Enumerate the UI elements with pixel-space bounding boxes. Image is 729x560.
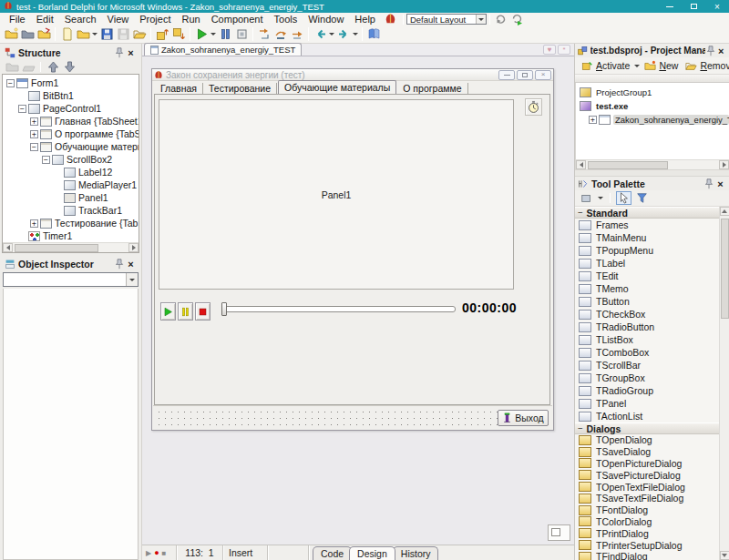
trackbar-thumb[interactable]: [221, 302, 227, 316]
menu-file[interactable]: File: [4, 14, 31, 25]
menu-edit[interactable]: Edit: [31, 14, 59, 25]
tab-design[interactable]: Design: [349, 546, 395, 560]
palette-item[interactable]: TPanel: [575, 397, 719, 410]
forward-dropdown-icon[interactable]: [352, 26, 359, 43]
new-unit-button[interactable]: [58, 26, 75, 43]
form-tab[interactable]: Главная: [155, 83, 203, 94]
palette-item[interactable]: TListBox: [575, 333, 719, 346]
select-cursor-icon[interactable]: [616, 191, 631, 205]
open-button[interactable]: [19, 26, 36, 43]
open-folder-button[interactable]: [131, 26, 148, 43]
pm-tree-item[interactable]: ProjectGroup1: [576, 86, 729, 99]
form-grid-area[interactable]: Выход: [153, 405, 552, 429]
minimize-icon[interactable]: [658, 0, 682, 13]
menu-tools[interactable]: Tools: [269, 14, 303, 25]
pin-icon[interactable]: [703, 178, 714, 189]
timer-component-icon[interactable]: [525, 98, 542, 116]
palette-item[interactable]: TMemo: [575, 282, 719, 295]
collapse-icon[interactable]: −: [578, 209, 582, 217]
open-file-dropdown-icon[interactable]: [91, 26, 98, 43]
structure-tree-item[interactable]: MediaPlayer1: [3, 178, 139, 191]
dock-splitter[interactable]: [575, 169, 729, 177]
palette-item[interactable]: TRadioButton: [575, 321, 719, 333]
horizontal-scrollbar[interactable]: [3, 242, 139, 252]
palette-item[interactable]: TPrinterSetupDialog: [575, 539, 719, 551]
form-designer-surface[interactable]: Закон сохранения энергии (тест) × Главна…: [142, 56, 574, 545]
expand-icon[interactable]: [21, 60, 36, 74]
palette-item[interactable]: TActionList: [575, 410, 719, 423]
component-stamp-icon[interactable]: [579, 191, 594, 205]
vertical-scrollbar[interactable]: [719, 207, 729, 560]
palette-item[interactable]: TFontDialog: [575, 504, 719, 516]
save-button[interactable]: [98, 26, 115, 43]
program-reset-button[interactable]: [233, 26, 250, 43]
tree-expand-icon[interactable]: +: [30, 219, 38, 228]
palette-item[interactable]: TComboBox: [575, 346, 719, 359]
menu-window[interactable]: Window: [303, 14, 349, 25]
structure-tree-item[interactable]: −Form1: [3, 76, 139, 89]
structure-tree-item[interactable]: BitBtn1: [3, 89, 139, 102]
save-all-button[interactable]: [115, 26, 131, 43]
tree-expand-icon[interactable]: +: [589, 116, 597, 124]
scrollbar-thumb[interactable]: [721, 219, 729, 319]
scrollbar-thumb[interactable]: [15, 244, 98, 252]
structure-tree-item[interactable]: −ScrollBox2: [3, 153, 139, 166]
maximize-icon[interactable]: [682, 0, 705, 13]
tab-history[interactable]: History: [393, 546, 439, 560]
structure-tree-item[interactable]: +Главная {TabSheet1}: [3, 115, 139, 127]
reset-layout-button[interactable]: [493, 11, 509, 27]
filter-icon[interactable]: [634, 191, 650, 205]
open-project-button[interactable]: [36, 26, 52, 43]
trackbar[interactable]: [222, 306, 456, 312]
remove-button[interactable]: Remove: [683, 58, 729, 74]
scroll-right-icon[interactable]: [719, 160, 729, 169]
remove-file-button[interactable]: [170, 26, 187, 43]
palette-item[interactable]: TSaveDialog: [575, 446, 719, 458]
chevron-down-icon[interactable]: [597, 190, 604, 207]
run-button[interactable]: [193, 26, 210, 43]
scroll-left-icon[interactable]: [3, 243, 13, 252]
run-dropdown-icon[interactable]: [210, 26, 217, 43]
object-selector-combo[interactable]: [3, 272, 139, 287]
category-header-standard[interactable]: −Standard: [575, 207, 719, 219]
play-button[interactable]: [160, 302, 176, 321]
tree-expand-icon[interactable]: +: [30, 130, 38, 138]
panel-component[interactable]: Panel1: [159, 99, 514, 290]
chevron-down-icon[interactable]: [634, 57, 640, 74]
menu-help[interactable]: Help: [349, 14, 381, 25]
horizontal-scrollbar[interactable]: [575, 159, 729, 169]
activate-button[interactable]: Activate: [579, 58, 632, 74]
palette-item[interactable]: TMainMenu: [575, 231, 719, 244]
palette-item[interactable]: TSavePictureDialog: [575, 469, 719, 481]
favorites-icon[interactable]: ♥: [543, 45, 556, 55]
editor-tab[interactable]: Zakon_sohranenya_energiy_TEST: [144, 43, 302, 56]
chevron-down-icon[interactable]: [126, 273, 138, 286]
form-maximize-icon[interactable]: [517, 70, 533, 80]
scrollbar-thumb[interactable]: [588, 161, 668, 169]
tab-code[interactable]: Code: [313, 546, 352, 560]
structure-tree-item[interactable]: Timer1: [3, 229, 139, 242]
palette-item[interactable]: TOpenPictureDialog: [575, 458, 719, 470]
close-icon[interactable]: ×: [125, 47, 137, 58]
structure-tree-item[interactable]: Label12: [3, 166, 139, 178]
palette-item[interactable]: TScrollBar: [575, 359, 719, 372]
palette-item[interactable]: TGroupBox: [575, 372, 719, 384]
palette-item[interactable]: TRadioGroup: [575, 384, 719, 397]
form-tab[interactable]: О программе: [397, 83, 467, 94]
menu-search[interactable]: Search: [59, 14, 102, 25]
form-tab[interactable]: Обучающие материалы: [278, 80, 396, 94]
pin-icon[interactable]: [114, 47, 125, 58]
menu-run[interactable]: Run: [176, 14, 205, 25]
stop-button[interactable]: [195, 302, 210, 321]
move-down-icon[interactable]: [62, 60, 77, 74]
tree-expand-icon[interactable]: −: [18, 105, 26, 113]
chevron-down-icon[interactable]: [476, 15, 486, 24]
palette-item[interactable]: TColorDialog: [575, 516, 719, 528]
close-icon[interactable]: ×: [714, 178, 726, 189]
help-button[interactable]: [365, 26, 382, 43]
scroll-right-icon[interactable]: [128, 243, 139, 252]
menu-view[interactable]: View: [102, 14, 135, 25]
structure-tree-item[interactable]: +Тестирование {TabSheet2}: [3, 217, 139, 229]
scroll-left-icon[interactable]: [576, 160, 586, 169]
tree-expand-icon[interactable]: −: [6, 79, 15, 87]
